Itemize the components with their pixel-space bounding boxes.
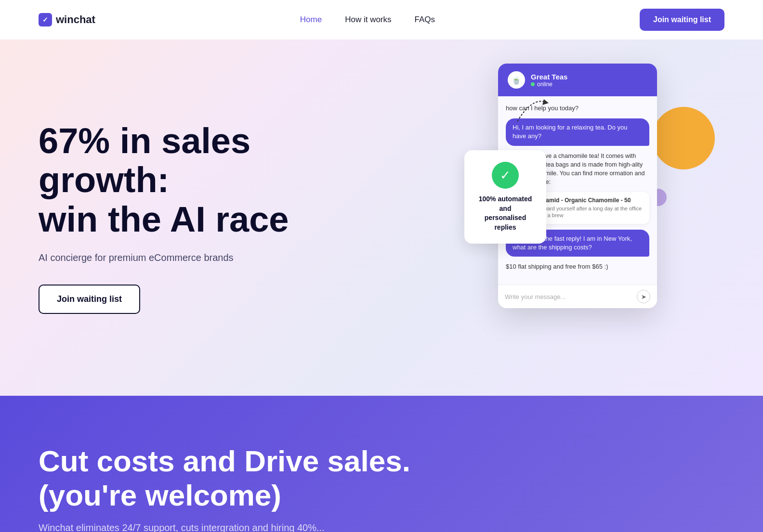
automated-badge: ✓ 100% automated and personalised replie…: [464, 150, 546, 244]
hero-subtitle: AI concierge for premium eCommerce brand…: [39, 252, 289, 263]
bottom-title: Cut costs and Drive sales. (you're welco…: [39, 444, 414, 513]
arrow-decoration: [513, 92, 551, 128]
nav-how-it-works[interactable]: How it works: [345, 15, 391, 25]
bottom-subtitle: Winchat eliminates 24/7 support, cuts in…: [39, 522, 724, 532]
nav-links: Home How it works FAQs: [300, 15, 435, 25]
check-icon: ✓: [492, 162, 519, 189]
chat-brand-name: Great Teas: [531, 73, 567, 81]
hero-join-waitlist-button[interactable]: Join waiting list: [39, 285, 140, 314]
chat-send-button[interactable]: ➤: [637, 290, 650, 303]
status-dot: [531, 82, 535, 86]
chat-status: online: [531, 81, 567, 88]
logo-text: winchat: [56, 13, 95, 26]
orange-circle-decoration: [652, 107, 715, 169]
chat-header-info: Great Teas online: [531, 73, 567, 88]
product-info: Pyramid - Organic Chamomile - 50 Reward …: [537, 197, 645, 219]
chat-ui-container: ✓ 100% automated and personalised replie…: [498, 64, 657, 308]
product-name: Pyramid - Organic Chamomile - 50: [537, 197, 645, 204]
hero-section: 67% in sales growth: win the AI race AI …: [0, 39, 763, 396]
navbar: ✓ winchat Home How it works FAQs Join wa…: [0, 0, 763, 39]
chat-header: 🍵 Great Teas online: [498, 64, 657, 96]
chat-message-6: $10 flat shipping and free from $65 :): [506, 262, 649, 271]
nav-faqs[interactable]: FAQs: [415, 15, 435, 25]
chat-avatar: 🍵: [508, 71, 525, 89]
logo-icon: ✓: [39, 13, 52, 26]
nav-join-waitlist-button[interactable]: Join waiting list: [640, 9, 724, 31]
nav-home[interactable]: Home: [300, 15, 322, 25]
badge-text: 100% automated and personalised replies: [478, 195, 533, 232]
product-description: Reward yourself after a long day at the …: [537, 205, 645, 219]
bottom-section: Cut costs and Drive sales. (you're welco…: [0, 396, 763, 532]
chat-input-bar: Write your message... ➤: [498, 285, 657, 308]
svg-marker-0: [542, 99, 549, 105]
hero-content: 67% in sales growth: win the AI race AI …: [39, 121, 289, 314]
chat-input-placeholder[interactable]: Write your message...: [505, 293, 637, 300]
logo[interactable]: ✓ winchat: [39, 13, 95, 26]
hero-title: 67% in sales growth: win the AI race: [39, 121, 289, 239]
